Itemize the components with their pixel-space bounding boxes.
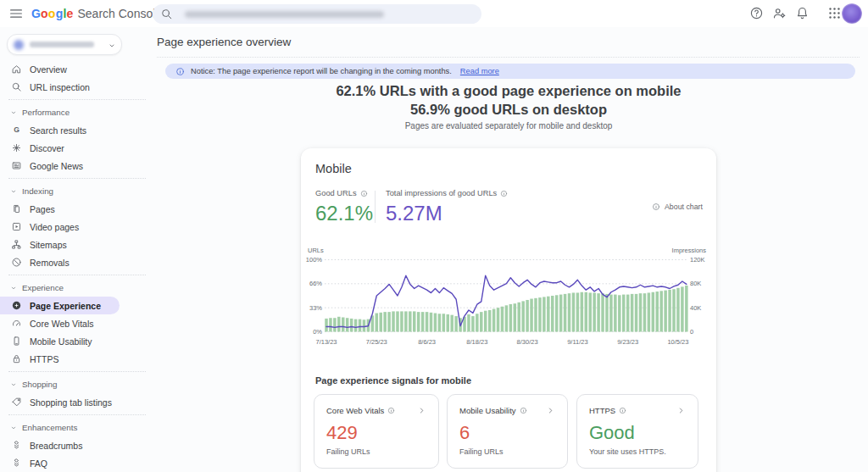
chev-down-icon: [9, 424, 18, 432]
search-input[interactable]: [153, 4, 481, 24]
svg-text:8/18/23: 8/18/23: [466, 338, 487, 346]
avatar[interactable]: [842, 3, 862, 24]
sidebar-section-performance[interactable]: Performance: [0, 103, 154, 121]
sidebar-item-label: Sitemaps: [30, 240, 67, 250]
apps-grid-icon[interactable]: [827, 6, 842, 20]
sidebar-item-mobile-usability[interactable]: Mobile Usability: [0, 332, 154, 350]
sidebar-item-faq[interactable]: FAQ: [0, 454, 154, 472]
sidebar-item-shopping-tab-listings[interactable]: Shopping tab listings: [0, 393, 154, 411]
sidebar-item-core-web-vitals[interactable]: Core Web Vitals: [0, 314, 154, 332]
menu-icon[interactable]: [8, 6, 24, 21]
svg-text:7/25/23: 7/25/23: [366, 338, 387, 346]
sidebar-item-label: Page Experience: [30, 301, 101, 311]
signal-value: Good: [589, 422, 686, 444]
svg-text:120K: 120K: [690, 256, 705, 264]
chevron-right-icon: [546, 406, 555, 415]
svg-text:0%: 0%: [313, 328, 322, 336]
sidebar-item-label: Overview: [30, 64, 67, 75]
google-search-console-app: Google Search Console OverviewURL inspec…: [0, 0, 868, 472]
sidebar-section-experience[interactable]: Experience: [0, 279, 154, 297]
signal-value: 6: [459, 422, 555, 444]
sidebar-item-video-pages[interactable]: Video pages: [0, 218, 154, 236]
about-chart-label: About chart: [665, 203, 703, 211]
sidebar-item-label: HTTPS: [30, 354, 58, 364]
notice-banner: Notice: The page experience report will …: [165, 64, 855, 79]
sidebar-divider: [8, 275, 146, 275]
chev-down-icon: [9, 187, 18, 196]
signal-card-core-web-vitals[interactable]: Core Web Vitals429Failing URLs: [314, 394, 439, 469]
sidebar-item-overview[interactable]: Overview: [0, 60, 154, 78]
tag-icon: [11, 397, 22, 408]
sidebar-section-enhancements[interactable]: Enhancements: [0, 419, 154, 436]
sidebar-item-removals[interactable]: Removals: [0, 253, 154, 271]
metric-divider: [375, 191, 376, 223]
svg-text:8/6/23: 8/6/23: [418, 338, 436, 346]
svg-text:G: G: [14, 125, 19, 134]
sidebar-nav: OverviewURL inspectionPerformanceGSearch…: [0, 60, 154, 472]
page-experience-chart[interactable]: URLsImpressions100%120K66%80K33%40K0%07/…: [304, 243, 711, 352]
signal-title: Mobile Usability: [459, 406, 516, 415]
removals-icon: [11, 257, 22, 268]
search-icon: [11, 81, 22, 92]
chevron-down-icon: [107, 39, 117, 49]
sidebar-divider: [8, 371, 146, 372]
manage-users-icon[interactable]: [772, 6, 787, 20]
chev-down-icon: [107, 41, 117, 51]
menu-icon: [8, 6, 24, 21]
notice-read-more-link[interactable]: Read more: [460, 67, 499, 75]
title-divider: [157, 57, 860, 58]
svg-text:33%: 33%: [309, 304, 322, 312]
sidebar-section-indexing[interactable]: Indexing: [0, 182, 154, 200]
sidebar-item-search-results[interactable]: GSearch results: [0, 121, 154, 139]
sidebar-item-https[interactable]: HTTPS: [0, 350, 154, 368]
help-icon[interactable]: [387, 407, 395, 414]
sidebar-item-label: Core Web Vitals: [30, 319, 93, 329]
sidebar-item-sitemaps[interactable]: Sitemaps: [0, 236, 154, 253]
sidebar-item-label: FAQ: [30, 458, 47, 469]
property-selector[interactable]: [7, 34, 122, 55]
signal-card-mobile-usability[interactable]: Mobile Usability6Failing URLs: [447, 394, 568, 469]
page-experience-icon: [11, 300, 22, 311]
help-icon[interactable]: [619, 407, 626, 414]
sidebar-item-pages[interactable]: Pages: [0, 200, 154, 218]
svg-text:80K: 80K: [690, 280, 701, 287]
about-chart-button[interactable]: About chart: [652, 203, 703, 211]
help-icon[interactable]: [360, 190, 368, 197]
sidebar-item-label: Mobile Usability: [30, 336, 92, 347]
sidebar-item-breadcrumbs[interactable]: Breadcrumbs: [0, 436, 154, 454]
svg-text:Impressions: Impressions: [672, 247, 707, 254]
signals-heading: Page experience signals for mobile: [315, 375, 471, 386]
sidebar-divider: [8, 178, 146, 179]
logo-product-name: Search Console: [77, 7, 162, 20]
metric-value: 62.1%: [315, 202, 373, 225]
help-icon[interactable]: [520, 407, 527, 414]
metric-value: 5.27M: [386, 202, 508, 225]
notifications-icon[interactable]: [795, 6, 810, 20]
sidebar-item-label: Breadcrumbs: [30, 441, 82, 451]
sitemaps-icon: [11, 239, 22, 250]
svg-text:URLs: URLs: [308, 247, 324, 254]
logo[interactable]: Google Search Console: [31, 0, 162, 27]
signal-sublabel: Failing URLs: [459, 447, 555, 456]
signal-title: HTTPS: [589, 406, 615, 415]
help-icon[interactable]: [500, 190, 508, 197]
manage-users-icon: [772, 6, 787, 20]
chev-down-icon: [9, 380, 18, 389]
sidebar-item-url-inspection[interactable]: URL inspection: [0, 78, 154, 96]
pages-icon: [11, 203, 22, 214]
sidebar-section-shopping[interactable]: Shopping: [0, 375, 154, 393]
news-icon: [11, 160, 22, 171]
sidebar-item-google-news[interactable]: Google News: [0, 157, 154, 175]
sidebar-item-page-experience[interactable]: Page Experience: [0, 297, 120, 314]
signal-card-https[interactable]: HTTPSGoodYour site uses HTTPS.: [576, 394, 698, 469]
signal-title: Core Web Vitals: [326, 406, 384, 415]
sidebar-item-label: Pages: [30, 204, 55, 214]
search-value-redacted: [185, 11, 384, 18]
info-icon: [652, 203, 660, 211]
help-icon[interactable]: [749, 6, 764, 20]
layers-icon: [11, 458, 22, 469]
cwv-icon: [11, 318, 22, 329]
sidebar-item-discover[interactable]: Discover: [0, 139, 154, 157]
search-icon: [160, 8, 173, 20]
page-title: Page experience overview: [157, 36, 291, 48]
